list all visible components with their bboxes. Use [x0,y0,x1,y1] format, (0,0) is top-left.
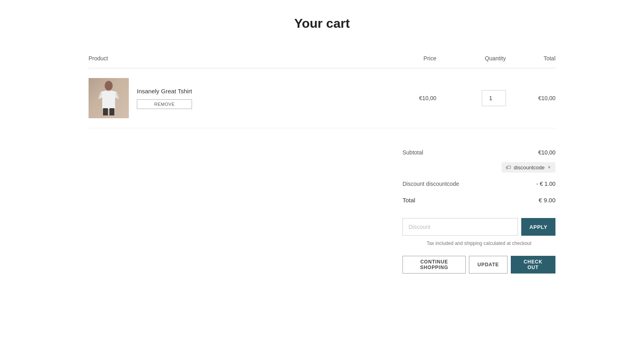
update-button[interactable]: UPDATE [469,256,507,274]
discount-input[interactable] [402,218,518,236]
header-quantity: Quantity [436,55,506,68]
discount-row: Discount discountcode - € 1.00 [402,177,555,190]
product-name: Insanely Great Tshirt [137,88,192,95]
svg-point-0 [105,81,113,90]
discount-tag: 🏷 discountcode × [502,162,555,173]
tax-note: Tax included and shipping calculated at … [402,241,555,246]
quantity-input[interactable] [482,90,506,106]
product-price: €10,00 [387,68,436,128]
remove-button[interactable]: REMOVE [137,99,192,109]
product-info: Insanely Great Tshirt REMOVE [137,88,192,109]
subtotal-value: €10,00 [538,149,555,156]
discount-label: Discount discountcode [402,181,459,187]
header-product: Product [89,55,387,68]
cart-summary: Subtotal €10,00 🏷 discountcode × Discoun… [89,144,555,274]
total-label: Total [402,197,415,204]
summary-block: Subtotal €10,00 🏷 discountcode × Discoun… [402,144,555,274]
table-row: Insanely Great Tshirt REMOVE €10,00 €10,… [89,68,555,128]
total-row: Total € 9.00 [402,190,555,210]
cart-table: Product Price Quantity Total [89,55,555,128]
discount-code-label: discountcode [514,165,545,171]
header-total: Total [506,55,555,68]
discount-form: APPLY [402,218,555,236]
apply-button[interactable]: APPLY [521,218,555,236]
header-price: Price [387,55,436,68]
product-image [89,78,129,118]
cart-actions: CONTINUE SHOPPING UPDATE CHECK OUT [402,256,555,274]
total-value: € 9.00 [539,197,555,204]
tag-icon: 🏷 [506,164,511,171]
remove-discount-button[interactable]: × [547,165,551,170]
product-cell: Insanely Great Tshirt REMOVE [89,78,387,118]
svg-rect-2 [103,108,108,115]
svg-rect-3 [109,108,114,115]
subtotal-row: Subtotal €10,00 [402,144,555,159]
checkout-button[interactable]: CHECK OUT [511,256,555,274]
discount-amount: - € 1.00 [537,181,555,187]
subtotal-label: Subtotal [402,149,423,156]
product-total: €10,00 [506,68,555,128]
page-title: Your cart [89,16,555,31]
continue-shopping-button[interactable]: CONTINUE SHOPPING [402,256,466,274]
